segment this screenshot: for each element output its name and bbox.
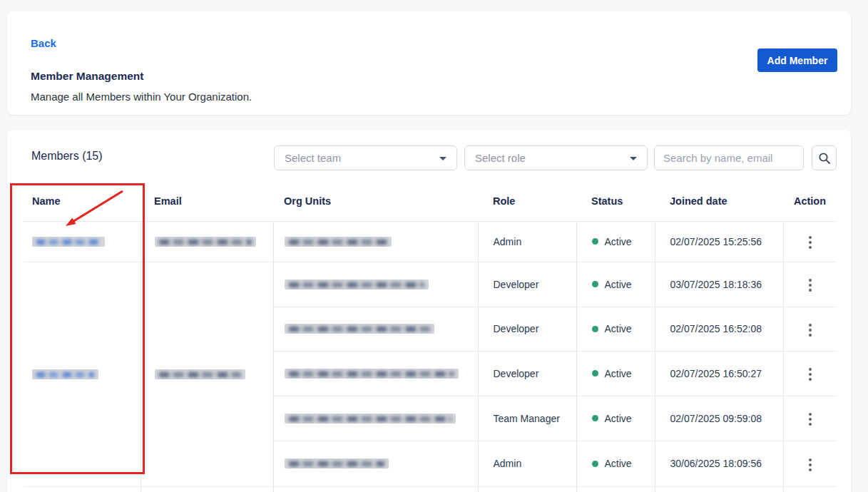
status-active-dot [592, 370, 598, 376]
add-member-button[interactable]: Add Member [757, 48, 837, 72]
row-actions-kebab-icon[interactable] [803, 409, 817, 430]
role-filter-select[interactable]: Select role [464, 145, 648, 170]
status-cell: Active [576, 441, 655, 486]
row-actions-kebab-icon[interactable] [803, 275, 817, 296]
redacted-member-email [155, 369, 245, 379]
chevron-down-icon [630, 157, 637, 160]
redacted-org-unit [285, 324, 434, 334]
joined-date-cell: 30/06/2025 18:09:56 [655, 441, 783, 486]
redacted-member-name-link[interactable] [32, 369, 98, 379]
redacted-org-unit [285, 280, 429, 289]
joined-date-cell: 03/07/2025 18:18:36 [655, 262, 783, 307]
role-cell: Admin [478, 221, 576, 262]
column-header-name: Name [24, 182, 141, 221]
status-active-dot [592, 238, 598, 245]
joined-date-cell: 02/07/2025 15:25:56 [655, 221, 783, 262]
status-cell: Active [576, 307, 655, 351]
search-button[interactable] [812, 145, 837, 170]
status-badge: Active [605, 368, 632, 379]
status-cell: Active [576, 351, 655, 396]
joined-date-cell: 02/07/2025 16:50:27 [655, 351, 783, 396]
status-active-dot [592, 326, 598, 332]
status-cell: Active [576, 396, 655, 441]
joined-date-cell: 02/07/2025 09:59:08 [655, 396, 783, 441]
table-header-row: Name Email Org Units Role Status Joined … [24, 182, 837, 221]
team-filter-placeholder: Select team [285, 152, 341, 164]
header-card: Back Member Management Manage all Member… [7, 11, 851, 115]
status-cell: Active [576, 262, 655, 307]
team-filter-select[interactable]: Select team [274, 145, 457, 170]
column-header-status: Status [576, 182, 655, 221]
status-badge: Active [605, 323, 632, 334]
column-header-joined-date: Joined date [655, 182, 783, 221]
magnifier-icon [818, 152, 831, 165]
members-count-heading: Members (15) [31, 150, 103, 163]
column-header-action: Action [783, 182, 837, 221]
redacted-member-name-link[interactable] [32, 237, 105, 247]
redacted-member-email [155, 237, 256, 247]
role-cell: Developer [478, 351, 576, 396]
table-row: Admin Active 02/07/2025 15:25:56 [24, 221, 837, 262]
status-active-dot [592, 461, 598, 467]
status-badge: Active [605, 458, 632, 469]
chevron-down-icon [439, 157, 446, 160]
status-active-dot [592, 415, 598, 421]
role-cell: Developer [478, 307, 576, 351]
redacted-org-unit [285, 237, 392, 247]
row-actions-kebab-icon[interactable] [803, 454, 817, 476]
members-table: Name Email Org Units Role Status Joined … [24, 182, 837, 492]
role-filter-placeholder: Select role [475, 152, 526, 164]
column-header-org-units: Org Units [273, 182, 478, 221]
role-cell: Developer [478, 262, 576, 307]
redacted-org-unit [285, 414, 456, 424]
redacted-org-unit [285, 458, 389, 468]
members-card: Members (15) Select team Select role Nam… [7, 130, 851, 492]
role-cell: Team Manager [478, 396, 576, 441]
row-actions-kebab-icon[interactable] [803, 364, 817, 385]
column-header-role: Role [478, 182, 576, 221]
status-badge: Active [605, 279, 632, 290]
back-link[interactable]: Back [31, 37, 56, 49]
role-cell: Admin [478, 441, 576, 486]
redacted-org-unit [285, 369, 459, 379]
status-badge: Active [605, 413, 632, 424]
row-actions-kebab-icon[interactable] [803, 319, 817, 341]
joined-date-cell: 02/07/2025 16:52:08 [655, 307, 783, 351]
status-badge: Active [605, 236, 632, 247]
table-row-partial [24, 486, 837, 492]
column-header-email: Email [141, 182, 273, 221]
status-active-dot [592, 281, 598, 287]
table-row: Developer Active 03/07/2025 18:18:36 [24, 262, 837, 307]
row-actions-kebab-icon[interactable] [803, 232, 817, 253]
search-input[interactable] [654, 145, 804, 170]
status-cell: Active [576, 221, 655, 262]
page-subtitle: Manage all Members within Your Organizat… [31, 91, 252, 103]
page-title: Member Management [31, 70, 143, 83]
